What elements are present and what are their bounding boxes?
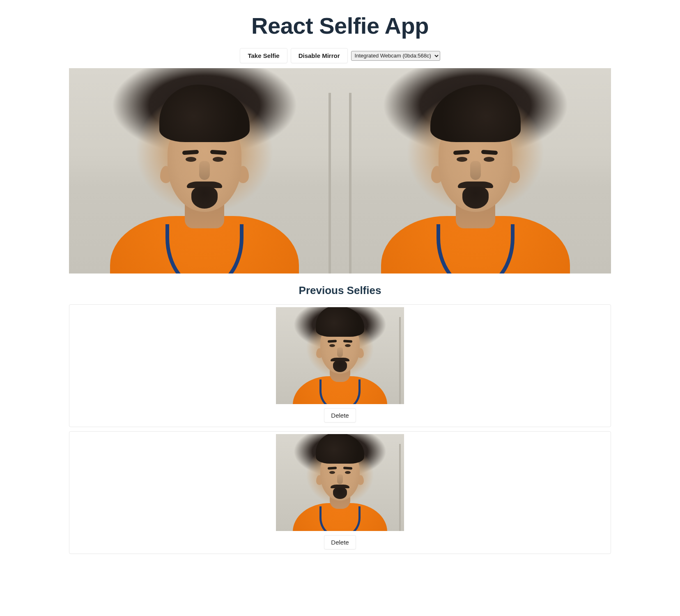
mirror-toggle-button[interactable]: Disable Mirror	[291, 48, 348, 63]
previous-selfies-heading: Previous Selfies	[69, 284, 611, 297]
person-figure	[106, 68, 303, 274]
camera-select[interactable]: Integrated Webcam (0bda:568c)	[351, 51, 440, 61]
selfie-card: Delete	[69, 304, 611, 427]
selfie-card: Delete	[69, 431, 611, 554]
background-edge	[329, 93, 331, 274]
background-edge	[349, 93, 351, 274]
page-title: React Selfie App	[69, 12, 611, 39]
selfie-list: Delete	[69, 304, 611, 554]
selfie-thumbnail	[276, 307, 404, 404]
take-selfie-button[interactable]: Take Selfie	[240, 48, 287, 63]
delete-button[interactable]: Delete	[324, 408, 356, 423]
camera-preview-left	[69, 68, 340, 274]
person-figure	[377, 68, 574, 274]
camera-preview-row	[69, 68, 611, 274]
camera-preview-right	[340, 68, 611, 274]
controls-bar: Take Selfie Disable Mirror Integrated We…	[69, 48, 611, 63]
delete-button[interactable]: Delete	[324, 535, 356, 549]
selfie-thumbnail	[276, 434, 404, 531]
